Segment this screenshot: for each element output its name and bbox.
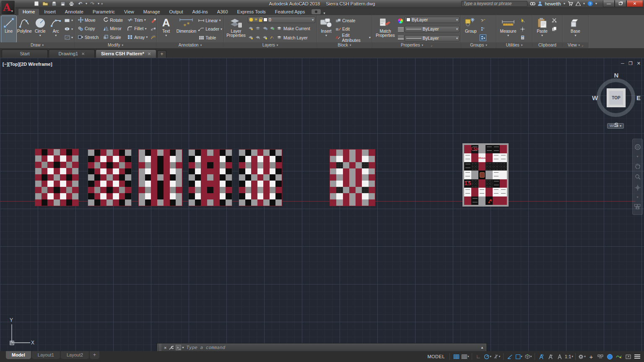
dimension-button[interactable]: ✳✳ Dimension <box>175 16 197 42</box>
tab-parametric[interactable]: Parametric <box>88 9 119 15</box>
app-dropdown[interactable]: ▾ <box>583 2 585 5</box>
quilt-pattern-block[interactable] <box>88 150 131 206</box>
file-tab-drawing1[interactable]: Drawing1✕ <box>49 49 95 58</box>
minimize-button[interactable]: — <box>603 0 615 7</box>
explode-icon[interactable] <box>150 26 156 32</box>
tab-insert[interactable]: Insert <box>40 9 60 15</box>
linear-dropdown[interactable]: ▾ <box>219 18 221 22</box>
rotate-button[interactable]: Rotate <box>103 16 123 24</box>
autoscale-toggle[interactable] <box>546 352 555 361</box>
rectangle-dropdown[interactable]: ▾ <box>71 18 73 22</box>
autodesk-app-icon[interactable] <box>576 2 581 6</box>
annotation-scale-icon[interactable] <box>556 352 564 361</box>
fillet-dropdown[interactable]: ▾ <box>145 27 146 31</box>
signed-in-user[interactable]: hewetth <box>545 1 561 6</box>
open-file-button[interactable] <box>42 0 49 7</box>
quilt-pattern-block[interactable] <box>330 150 375 206</box>
quick-select-icon[interactable] <box>519 18 525 23</box>
doc-minimize-icon[interactable]: ─ <box>621 61 624 66</box>
base-button[interactable]: Base▾ <box>567 16 584 42</box>
quilt-pattern-block[interactable] <box>239 150 282 206</box>
paste-button[interactable]: Paste▾ <box>534 16 551 42</box>
quilt-pattern-block[interactable] <box>35 149 78 206</box>
block-create-button[interactable]: Create <box>335 17 371 24</box>
edit-attributes-button[interactable]: Edit Attributes▾ <box>335 34 371 41</box>
model-tab[interactable]: Model <box>6 351 31 359</box>
hatch-icon[interactable] <box>64 35 70 41</box>
block-edit-button[interactable]: Edit <box>335 25 371 33</box>
lineweight-select[interactable]: ByLayer▾ <box>405 26 460 32</box>
tab-home[interactable]: Home <box>18 9 39 15</box>
hardware-acceleration-icon[interactable] <box>605 352 614 361</box>
clipboard-panel-label[interactable]: Clipboard <box>532 42 562 48</box>
annotation-visibility-toggle[interactable] <box>537 352 545 361</box>
paste-dropdown[interactable]: ▾ <box>541 34 543 37</box>
quilt-pattern-block[interactable] <box>139 150 182 206</box>
performance-icon[interactable] <box>615 352 623 361</box>
zoom-icon[interactable] <box>634 173 641 180</box>
measure-dropdown[interactable]: ▾ <box>507 34 509 37</box>
circle-button[interactable]: Circle▾ <box>33 16 48 42</box>
save-button[interactable] <box>50 0 57 7</box>
trim-dropdown[interactable]: ▾ <box>144 18 146 22</box>
measure-button[interactable]: Measure▾ <box>498 16 519 42</box>
tab-a360[interactable]: A360 <box>213 9 232 15</box>
isometric-drafting-toggle[interactable]: ▾ <box>493 352 501 361</box>
viewcube-west[interactable]: W <box>592 94 598 101</box>
undo-dropdown[interactable]: ▾ <box>86 2 87 5</box>
drawing-canvas[interactable]: [−][Top][2D Wireframe] ─ ❐ ✕ N W E S TOP… <box>0 58 644 351</box>
pan-icon[interactable] <box>634 163 641 169</box>
close-tab-icon[interactable]: ✕ <box>81 52 85 56</box>
tab-annotate[interactable]: Annotate <box>61 9 88 15</box>
scale-button[interactable]: Scale <box>103 34 123 41</box>
command-grip[interactable] <box>159 344 161 351</box>
array-dropdown[interactable]: ▾ <box>146 35 148 39</box>
orbit-dropdown[interactable]: ▾ <box>636 195 638 199</box>
ribbon-collapse-dropdown[interactable]: ▾ <box>323 11 325 15</box>
group-selection-icon[interactable] <box>480 35 486 41</box>
viewport-controls-label[interactable]: [−][Top][2D Wireframe] <box>3 62 52 67</box>
command-prompt-icon[interactable]: >_ <box>176 345 181 350</box>
array-button[interactable]: Array▾ <box>127 34 148 41</box>
tab-manage[interactable]: Manage <box>139 9 164 15</box>
workspace-switching-button[interactable]: ▾ <box>578 352 586 361</box>
isolate-objects-button[interactable] <box>596 352 605 361</box>
properties-panel-label[interactable]: Properties▾⌟ <box>372 42 461 48</box>
grid-display-toggle[interactable] <box>452 352 460 361</box>
tab-view[interactable]: View <box>120 9 138 15</box>
leader-button[interactable]: Leader▾ <box>198 25 222 33</box>
media-button[interactable] <box>312 9 321 14</box>
plot-button[interactable] <box>68 0 75 7</box>
text-dropdown[interactable]: ▾ <box>165 34 167 37</box>
linear-button[interactable]: Linear▾ <box>198 17 222 24</box>
object-color-select[interactable]: ByLayer▾ <box>405 17 460 23</box>
circle-dropdown[interactable]: ▾ <box>39 34 41 37</box>
fillet-button[interactable]: Fillet▾ <box>127 25 148 32</box>
quilt-pattern-block[interactable] <box>189 150 232 206</box>
help-search-input[interactable]: Type a keyword or phrase <box>461 1 527 7</box>
tab-express-tools[interactable]: Express Tools <box>233 9 270 15</box>
3d-object-snap-toggle[interactable]: ▾ <box>524 352 532 361</box>
object-snap-tracking-toggle[interactable] <box>506 352 514 361</box>
close-button[interactable]: ✕ <box>626 0 643 7</box>
match-properties-button[interactable]: Match Properties <box>374 16 397 42</box>
annotation-scale-value[interactable]: 1:1▾ <box>565 352 573 361</box>
navigation-bar[interactable]: ▾ ▾ <box>632 139 643 215</box>
orbit-icon[interactable] <box>634 184 641 191</box>
redo-button[interactable]: ↷ <box>89 0 96 7</box>
mirror-button[interactable]: Mirror <box>103 25 123 32</box>
command-recent-dropdown[interactable]: ▾ <box>182 346 184 349</box>
arc-button[interactable]: Arc▾ <box>49 16 64 42</box>
application-menu-button[interactable]: A▾ <box>1 0 15 15</box>
tab-addins[interactable]: Add-ins <box>188 9 212 15</box>
trim-button[interactable]: Trim▾ <box>127 16 148 24</box>
arc-dropdown[interactable]: ▾ <box>55 34 57 37</box>
quick-calc-icon[interactable] <box>519 35 525 41</box>
layer-select[interactable]: ☀ 0 ▾ <box>248 17 315 23</box>
viewcube-east[interactable]: E <box>636 94 641 101</box>
stretch-button[interactable]: Stretch <box>78 34 99 41</box>
viewcube-top-face[interactable]: TOP <box>607 88 626 107</box>
leader-dropdown[interactable]: ▾ <box>221 27 222 31</box>
layer-properties-button[interactable]: Layer Properties <box>225 16 247 42</box>
text-button[interactable]: A Text▾ <box>158 16 174 42</box>
